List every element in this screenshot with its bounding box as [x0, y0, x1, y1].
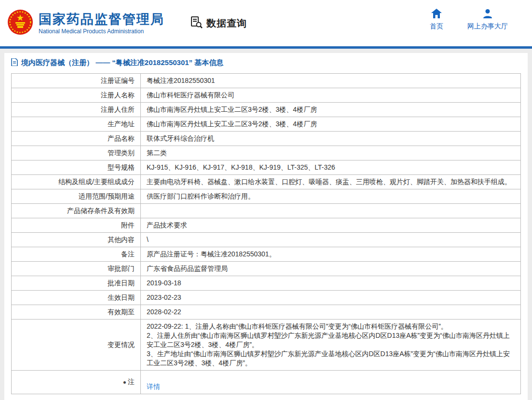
- person-icon: [483, 9, 492, 20]
- row-label: 产品名称: [12, 132, 141, 146]
- table-row-note: ●注 详情: [12, 371, 521, 394]
- home-icon: [431, 9, 442, 20]
- row-label: 生产地址: [12, 117, 141, 132]
- row-value: 广东省食品药品监督管理局: [141, 262, 521, 276]
- row-value: 2022-09-22: 1、注册人名称由“佛山市科钜医疗器械有限公司”变更为“佛…: [141, 320, 521, 371]
- page-title: 境内医疗器械（注册） —— “粤械注准20182550301” 基本信息: [21, 58, 223, 67]
- table-row: 备注 原产品注册证号：粤械注准20182550301。: [12, 247, 521, 262]
- table-row: 其他内容 \: [12, 233, 521, 247]
- row-label: 注册人名称: [12, 88, 141, 103]
- row-label: 产品储存条件及有效期: [12, 204, 141, 218]
- row-value: 供医疗部门口腔科作诊断和治疗用。: [141, 189, 521, 204]
- note-value-cell: 详情: [141, 371, 521, 394]
- table-row: 注册人住所 佛山市南海区丹灶镇上安工业二区3号2楼、3楼、4楼厂房: [12, 103, 521, 117]
- row-label: 适用范围/预期用途: [12, 189, 141, 204]
- registration-info-table: 注册证编号 粤械注准20182550301 注册人名称 佛山市科钜医疗器械有限公…: [11, 73, 521, 394]
- nav-online-hall[interactable]: 网上办事大厅: [467, 9, 508, 31]
- row-value: 2028-02-22: [141, 305, 521, 320]
- data-query-label: 数据查询: [206, 17, 247, 30]
- row-label: 注册证编号: [12, 74, 141, 88]
- breadcrumb: 境内医疗器械（注册） —— “粤械注准20182550301” 基本信息: [4, 53, 528, 71]
- table-row: 产品储存条件及有效期: [12, 204, 521, 218]
- table-row: 生产地址 佛山市南海区丹灶镇上安工业二区3号2楼、3楼、4楼厂房: [12, 117, 521, 132]
- details-link[interactable]: 详情: [147, 383, 160, 390]
- note-bullet-icon: ●: [123, 379, 126, 386]
- row-value: 原产品注册证号：粤械注准20182550301。: [141, 247, 521, 262]
- table-row: 注册证编号 粤械注准20182550301: [12, 74, 521, 88]
- row-label: 有效期至: [12, 305, 141, 320]
- site-subtitle: National Medical Products Administration: [39, 28, 164, 35]
- national-emblem-logo: [7, 9, 34, 38]
- row-label: 注册人住所: [12, 103, 141, 117]
- table-row: 产品名称 联体式牙科综合治疗机: [12, 132, 521, 146]
- row-label: 审批部门: [12, 262, 141, 276]
- row-value: 粤械注准20182550301: [141, 74, 521, 88]
- note-label-cell: ●注: [12, 371, 141, 394]
- row-value: 佛山市南海区丹灶镇上安工业二区3号2楼、3楼、4楼厂房: [141, 103, 521, 117]
- table-row: 附件 产品技术要求: [12, 218, 521, 233]
- row-value: 第二类: [141, 146, 521, 160]
- row-label: 变更情况: [12, 320, 141, 371]
- nav-online-hall-label: 网上办事大厅: [467, 22, 508, 31]
- row-value: 产品技术要求: [141, 218, 521, 233]
- table-row: 有效期至 2028-02-22: [12, 305, 521, 320]
- row-value: 佛山市科钜医疗器械有限公司: [141, 88, 521, 103]
- table-row-change-history: 变更情况 2022-09-22: 1、注册人名称由“佛山市科钜医疗器械有限公司”…: [12, 320, 521, 371]
- content-panel: 境内医疗器械（注册） —— “粤械注准20182550301” 基本信息 注册证…: [4, 53, 528, 400]
- table-row: 适用范围/预期用途 供医疗部门口腔科作诊断和治疗用。: [12, 189, 521, 204]
- table-row: 型号规格 KJ-915、KJ-916、KJ-917、KJ-918、KJ-919、…: [12, 160, 521, 175]
- row-label: 生效日期: [12, 291, 141, 305]
- row-value: 联体式牙科综合治疗机: [141, 132, 521, 146]
- table-row: 管理类别 第二类: [12, 146, 521, 160]
- data-query-section[interactable]: 数据查询: [190, 15, 247, 31]
- row-label: 批准日期: [12, 276, 141, 291]
- brand-block: 国家药品监督管理局 National Medical Products Admi…: [39, 12, 164, 35]
- row-label: 管理类别: [12, 146, 141, 160]
- row-value: \: [141, 233, 521, 247]
- nav-home-label: 首页: [430, 22, 443, 31]
- row-value: KJ-915、KJ-916、KJ-917、KJ-918、KJ-919、LT-32…: [141, 160, 521, 175]
- row-value: 主要由电动牙科椅、器械盘、漱口给水装置、口腔灯、吸唾器、痰盂、三用喷枪、观片灯、…: [141, 175, 521, 189]
- site-header: 国家药品监督管理局 National Medical Products Admi…: [0, 0, 532, 46]
- row-label: 其他内容: [12, 233, 141, 247]
- row-label: 结构及组成/主要组成成分: [12, 175, 141, 189]
- row-label: 型号规格: [12, 160, 141, 175]
- row-label: 附件: [12, 218, 141, 233]
- table-row: 审批部门 广东省食品药品监督管理局: [12, 262, 521, 276]
- row-value: [141, 204, 521, 218]
- row-value: 佛山市南海区丹灶镇上安工业二区3号2楼、3楼、4楼厂房: [141, 117, 521, 132]
- note-label: 注: [128, 378, 135, 386]
- top-navigation: 首页 网上办事大厅: [430, 9, 508, 31]
- row-value: 2023-02-23: [141, 291, 521, 305]
- main-area: 境内医疗器械（注册） —— “粤械注准20182550301” 基本信息 注册证…: [0, 49, 532, 400]
- table-row: 批准日期 2019-03-18: [12, 276, 521, 291]
- data-query-icon: [190, 15, 203, 31]
- table-row: 结构及组成/主要组成成分 主要由电动牙科椅、器械盘、漱口给水装置、口腔灯、吸唾器…: [12, 175, 521, 189]
- document-icon: [11, 58, 18, 67]
- table-row: 生效日期 2023-02-23: [12, 291, 521, 305]
- nav-home[interactable]: 首页: [430, 9, 443, 31]
- table-row: 注册人名称 佛山市科钜医疗器械有限公司: [12, 88, 521, 103]
- site-title: 国家药品监督管理局: [39, 12, 164, 27]
- row-value: 2019-03-18: [141, 276, 521, 291]
- row-label: 备注: [12, 247, 141, 262]
